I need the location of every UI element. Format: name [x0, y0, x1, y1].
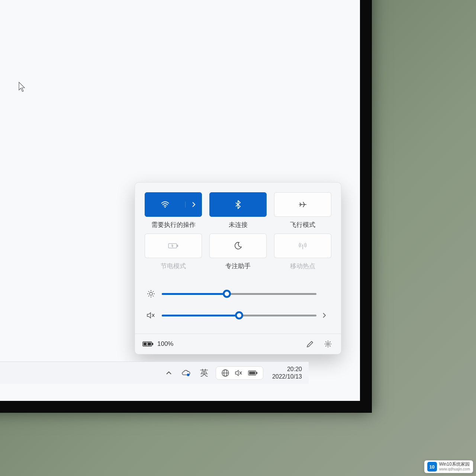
cursor-icon	[19, 82, 26, 92]
svg-point-20	[187, 373, 189, 376]
wifi-tile-group: 需要执行的操作	[145, 192, 202, 229]
focus-label: 专注助手	[225, 262, 251, 270]
svg-line-13	[153, 291, 154, 292]
wifi-icon	[161, 201, 170, 208]
tray-quick-settings-button[interactable]	[216, 366, 263, 380]
brightness-slider[interactable]	[162, 290, 316, 298]
desktop: 需要执行的操作 未连接 飞行模式	[0, 0, 372, 413]
svg-line-11	[153, 296, 154, 296]
tray-ime[interactable]: 英	[198, 366, 210, 380]
wifi-toggle[interactable]	[145, 201, 185, 208]
svg-point-5	[149, 292, 152, 295]
clock-time: 20:20	[272, 366, 302, 373]
focus-tile[interactable]	[209, 234, 267, 258]
hotspot-tile[interactable]	[274, 234, 331, 258]
volume-expand-button[interactable]	[322, 312, 330, 318]
chevron-right-icon	[192, 202, 196, 208]
svg-point-0	[164, 206, 165, 208]
brightness-icon	[146, 290, 156, 298]
airplane-tile-group: 飞行模式	[274, 192, 331, 229]
hotspot-label: 移动热点	[290, 262, 315, 270]
battery-saver-icon	[168, 242, 178, 249]
watermark-line1: Win10系统家园	[439, 462, 470, 467]
focus-tile-group: 专注助手	[209, 234, 267, 270]
sliders-section	[135, 274, 341, 334]
svg-rect-28	[249, 372, 255, 374]
battery-status[interactable]: 100%	[142, 340, 173, 348]
moon-icon	[234, 242, 242, 250]
clock-date: 2022/10/13	[272, 373, 302, 380]
tray-onedrive[interactable]	[179, 368, 193, 378]
airplane-icon	[298, 200, 308, 209]
tray-overflow-button[interactable]	[164, 369, 174, 377]
svg-rect-2	[177, 245, 178, 247]
settings-button[interactable]	[322, 338, 334, 350]
footer-actions	[305, 338, 334, 350]
battery-saver-tile[interactable]	[145, 234, 202, 258]
cloud-sync-icon	[181, 370, 190, 376]
volume-mute-tray-icon	[235, 370, 243, 376]
bluetooth-label: 未连接	[229, 221, 248, 229]
gear-icon	[324, 340, 332, 348]
svg-rect-27	[256, 372, 257, 374]
quick-settings-panel: 需要执行的操作 未连接 飞行模式	[135, 182, 341, 354]
svg-line-12	[148, 296, 149, 296]
bluetooth-tile-group: 未连接	[209, 192, 267, 229]
globe-icon	[221, 369, 229, 377]
watermark-text: Win10系统家园 www.qdhuajin.com	[439, 462, 470, 471]
svg-line-10	[148, 291, 149, 292]
watermark-badge: 10	[427, 462, 437, 472]
wifi-tile[interactable]	[145, 192, 202, 217]
airplane-label: 飞行模式	[290, 221, 315, 229]
quick-settings-tiles: 需要执行的操作 未连接 飞行模式	[135, 183, 341, 274]
wifi-expand-button[interactable]	[185, 202, 202, 208]
system-tray: 英 20:20 2022/10/13	[164, 366, 302, 380]
volume-slider[interactable]	[162, 311, 316, 319]
volume-row	[146, 305, 330, 326]
battery-saver-tile-group: 节电模式	[145, 234, 202, 270]
ime-text: 英	[200, 367, 208, 379]
battery-saver-label: 节电模式	[161, 262, 186, 270]
battery-tray-icon	[248, 370, 258, 376]
watermark: 10 Win10系统家园 www.qdhuajin.com	[424, 460, 473, 473]
airplane-tile[interactable]	[274, 192, 331, 217]
wifi-label: 需要执行的操作	[151, 221, 196, 229]
brightness-row	[146, 283, 330, 305]
chevron-up-icon	[166, 371, 172, 375]
svg-rect-17	[152, 343, 153, 345]
watermark-line2: www.qdhuajin.com	[439, 467, 470, 472]
hotspot-tile-group: 移动热点	[274, 234, 331, 270]
svg-point-19	[327, 343, 329, 345]
taskbar: 英 20:20 2022/10/13	[0, 361, 309, 384]
volume-mute-icon	[146, 312, 156, 319]
edit-button[interactable]	[305, 338, 316, 350]
quick-settings-footer: 100%	[135, 334, 341, 354]
battery-percent: 100%	[157, 340, 173, 348]
taskbar-clock[interactable]: 20:20 2022/10/13	[272, 366, 302, 380]
bluetooth-tile[interactable]	[209, 192, 267, 217]
hotspot-icon	[298, 242, 307, 250]
battery-icon	[142, 341, 154, 347]
bluetooth-icon	[235, 200, 241, 209]
pencil-icon	[306, 340, 314, 348]
